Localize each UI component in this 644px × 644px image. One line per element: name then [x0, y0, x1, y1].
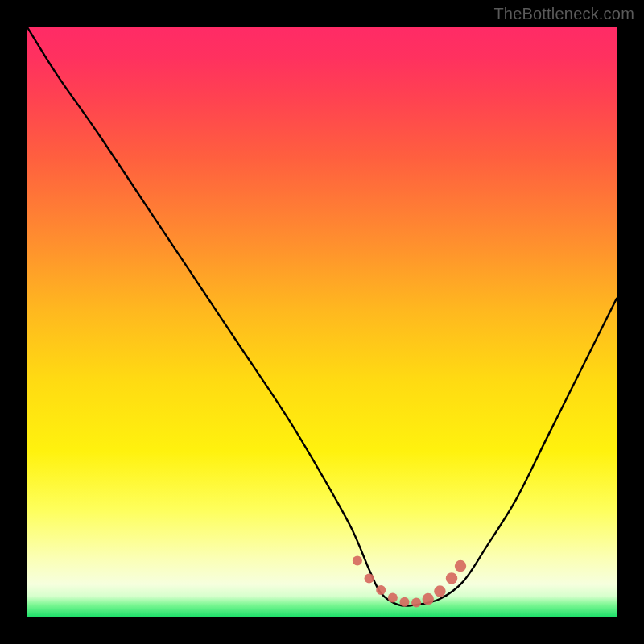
- watermark-text: TheBottleneck.com: [493, 5, 634, 23]
- valley-dot: [411, 597, 421, 607]
- valley-dot: [399, 597, 409, 607]
- valley-dot: [365, 573, 374, 583]
- valley-dot: [388, 593, 398, 603]
- plot-area: [27, 27, 617, 617]
- valley-dot: [353, 555, 362, 565]
- chart-stage: TheBottleneck.com: [0, 0, 644, 644]
- valley-dot: [423, 593, 434, 605]
- valley-dot: [434, 585, 445, 597]
- bottleneck-curve: [27, 27, 617, 617]
- valley-dot: [446, 572, 457, 584]
- valley-dot: [455, 560, 466, 572]
- valley-dot: [376, 585, 386, 595]
- valley-dots: [353, 555, 466, 607]
- curve-path: [27, 27, 617, 606]
